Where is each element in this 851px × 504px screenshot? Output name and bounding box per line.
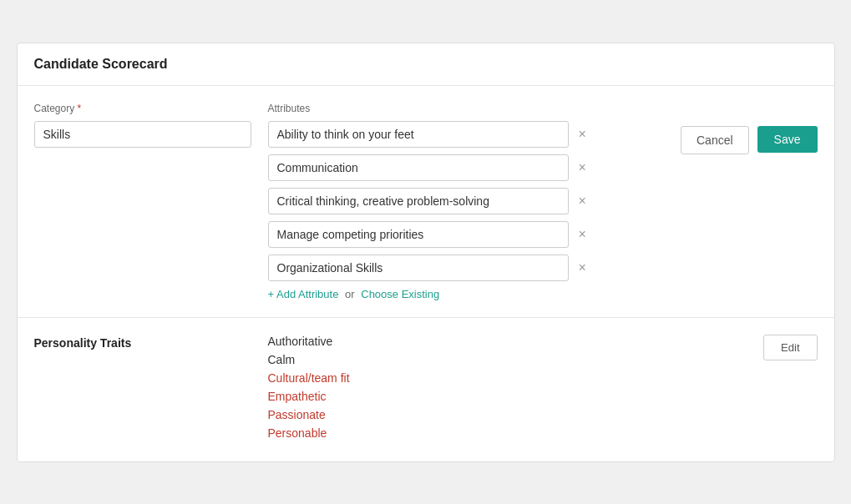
personality-traits-section: Personality Traits Authoritative Calm Cu… [18, 318, 834, 461]
trait-item-passionate: Passionate [268, 408, 747, 421]
remove-attribute-5[interactable]: × [574, 260, 591, 276]
attribute-input-1[interactable] [268, 121, 569, 148]
traits-section-label: Personality Traits [34, 335, 251, 350]
skills-section: Category * Attributes × × × [18, 86, 834, 318]
attribute-row: × [268, 154, 664, 181]
traits-list: Authoritative Calm Cultural/team fit Emp… [268, 335, 747, 445]
or-separator: or [345, 288, 355, 300]
attribute-input-3[interactable] [268, 188, 569, 214]
trait-item-cultural: Cultural/team fit [268, 371, 747, 385]
category-column: Category * [34, 103, 251, 148]
attribute-row: × [268, 121, 664, 148]
trait-item-empathetic: Empathetic [268, 390, 747, 403]
trait-item-calm: Calm [268, 353, 747, 366]
attributes-label: Attributes [268, 103, 664, 114]
attribute-row: × [268, 221, 664, 248]
attribute-input-5[interactable] [268, 255, 569, 281]
add-links: + Add Attribute or Choose Existing [268, 288, 664, 300]
attribute-input-4[interactable] [268, 221, 569, 248]
traits-edit-column: Edit [763, 335, 817, 360]
category-label: Category * [34, 103, 251, 114]
add-attribute-link[interactable]: + Add Attribute [268, 288, 339, 300]
required-star: * [78, 103, 82, 114]
choose-existing-link[interactable]: Choose Existing [361, 288, 439, 300]
traits-edit-button[interactable]: Edit [763, 335, 817, 360]
attribute-row: × [268, 255, 664, 281]
attribute-input-2[interactable] [268, 154, 569, 181]
actions-column: Cancel Save [681, 103, 818, 154]
attributes-column: Attributes × × × × [268, 103, 664, 300]
trait-item-authoritative: Authoritative [268, 335, 747, 348]
remove-attribute-3[interactable]: × [574, 193, 591, 209]
remove-attribute-4[interactable]: × [574, 226, 591, 243]
card-title: Candidate Scorecard [18, 43, 834, 86]
trait-item-personable: Personable [268, 426, 747, 440]
category-input[interactable] [34, 121, 251, 148]
cancel-button[interactable]: Cancel [681, 126, 749, 154]
attribute-row: × [268, 188, 664, 214]
save-button[interactable]: Save [757, 126, 818, 153]
candidate-scorecard-card: Candidate Scorecard Category * Attribute… [17, 43, 835, 462]
remove-attribute-1[interactable]: × [574, 126, 591, 143]
remove-attribute-2[interactable]: × [574, 159, 591, 176]
